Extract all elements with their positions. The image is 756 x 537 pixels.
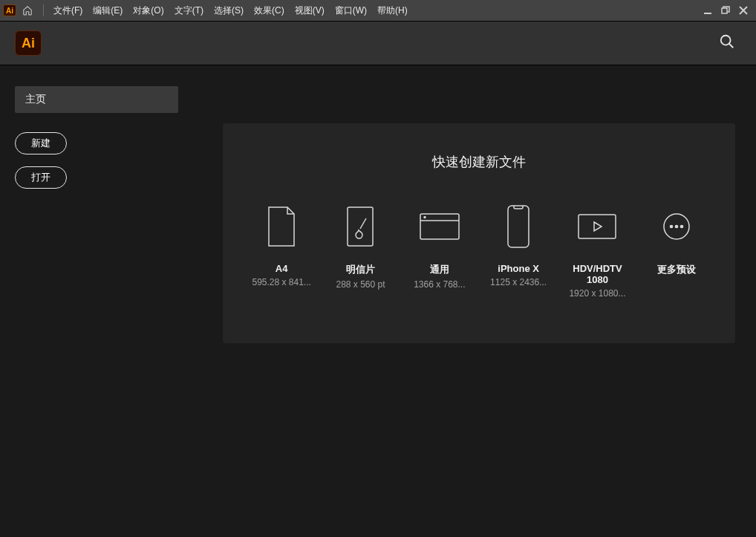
preset-item[interactable]: 更多预设 (640, 201, 713, 299)
content: 主页 新建 打开 快速创建新文件 A4595.28 x 841...明信片288… (0, 65, 756, 537)
header: Ai (0, 21, 756, 65)
preset-name: 明信片 (346, 263, 375, 276)
menu-item[interactable]: 文字(T) (169, 4, 209, 17)
video-icon (575, 201, 619, 253)
preset-item[interactable]: HDV/HDTV 10801920 x 1080... (561, 201, 633, 299)
quick-create-card: 快速创建新文件 A4595.28 x 841...明信片288 x 560 pt… (223, 123, 735, 343)
menu-separator (43, 4, 44, 16)
preset-item[interactable]: A4595.28 x 841... (245, 201, 318, 299)
preset-name: HDV/HDTV 1080 (561, 263, 633, 285)
menu-item[interactable]: 窗口(W) (330, 4, 372, 17)
preset-item[interactable]: 通用1366 x 768... (403, 201, 476, 299)
svg-point-15 (680, 225, 682, 227)
phone-icon (496, 201, 541, 253)
menu-item[interactable]: 效果(C) (249, 4, 290, 17)
menu-item[interactable]: 帮助(H) (372, 4, 413, 17)
preset-item[interactable]: iPhone X1125 x 2436... (482, 201, 555, 299)
preset-name: iPhone X (498, 263, 539, 274)
more-icon (654, 201, 699, 253)
menu-item[interactable]: 视图(V) (290, 4, 330, 17)
home-icon[interactable] (21, 4, 34, 17)
preset-dims: 1125 x 2436... (490, 277, 547, 287)
open-button[interactable]: 打开 (15, 166, 67, 189)
app-badge-icon: Ai (3, 4, 16, 16)
svg-rect-6 (348, 207, 373, 246)
main-area: 快速创建新文件 A4595.28 x 841...明信片288 x 560 pt… (223, 86, 756, 537)
new-button[interactable]: 新建 (15, 132, 67, 154)
preset-list: A4595.28 x 841...明信片288 x 560 pt通用1366 x… (245, 201, 713, 299)
app-logo-icon: Ai (15, 30, 42, 56)
preset-dims: 1366 x 768... (414, 279, 465, 290)
svg-line-5 (729, 44, 734, 48)
svg-rect-11 (579, 215, 616, 238)
svg-point-4 (721, 36, 731, 45)
preset-name: 通用 (430, 263, 449, 276)
postcard-icon (338, 201, 382, 253)
svg-rect-7 (420, 214, 459, 239)
tab-home[interactable]: 主页 (15, 86, 178, 113)
menu-item[interactable]: 编辑(E) (88, 4, 128, 17)
preset-dims: 288 x 560 pt (336, 279, 385, 290)
svg-point-14 (675, 225, 677, 227)
preset-dims: 1920 x 1080... (569, 288, 625, 299)
browser-icon (417, 201, 462, 253)
close-icon[interactable] (738, 5, 749, 16)
preset-name: 更多预设 (657, 263, 696, 276)
menu-item[interactable]: 文件(F) (48, 4, 88, 17)
page-icon (259, 201, 304, 253)
menubar: Ai 文件(F)编辑(E)对象(O)文字(T)选择(S)效果(C)视图(V)窗口… (0, 0, 756, 21)
svg-point-13 (670, 225, 672, 227)
search-icon[interactable] (719, 33, 735, 53)
svg-rect-10 (508, 206, 529, 247)
svg-point-9 (424, 217, 426, 218)
window-controls (703, 0, 756, 21)
menu-item[interactable]: 对象(O) (128, 4, 169, 17)
svg-rect-1 (722, 8, 727, 13)
menu-item[interactable]: 选择(S) (209, 4, 249, 17)
preset-dims: 595.28 x 841... (252, 277, 310, 287)
maximize-icon[interactable] (720, 5, 731, 16)
sidebar: 主页 新建 打开 (15, 86, 223, 537)
minimize-icon[interactable] (703, 5, 713, 16)
preset-name: A4 (276, 263, 288, 274)
preset-item[interactable]: 明信片288 x 560 pt (324, 201, 397, 299)
card-title: 快速创建新文件 (245, 153, 713, 171)
